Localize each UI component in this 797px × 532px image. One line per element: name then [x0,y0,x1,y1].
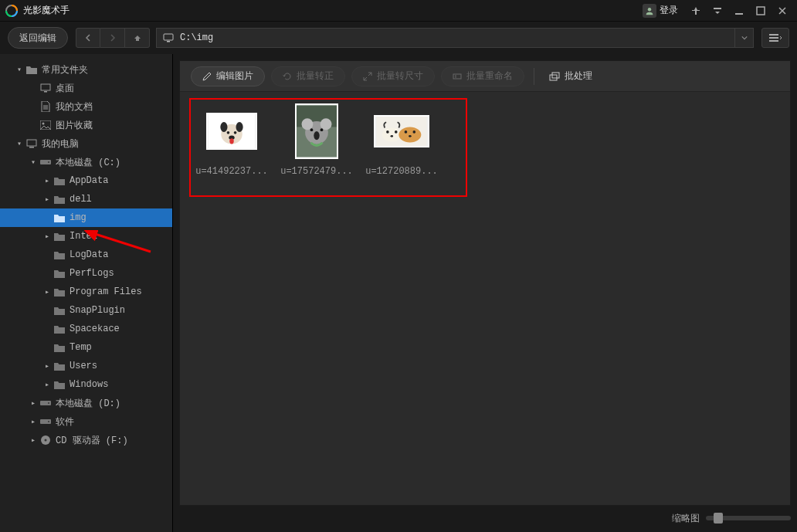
pin-button[interactable] [686,2,706,19]
svg-point-32 [234,131,237,134]
login-button[interactable]: 登录 [643,4,678,18]
nav-back-button[interactable] [76,28,100,48]
batch-resize-button[interactable]: 批量转尺寸 [351,66,435,86]
tree-drive-f[interactable]: ▸CD 驱动器 (F:) [0,431,172,449]
svg-point-41 [310,128,314,131]
expand-icon: ▸ [42,380,53,389]
tree-pic-fav[interactable]: 图片收藏 [0,116,172,134]
svg-point-19 [48,402,49,404]
svg-point-39 [320,118,332,130]
close-button[interactable] [772,2,792,19]
thumbnail-caption: u=41492237... [195,166,268,177]
image-thumbnail-icon [206,113,257,150]
back-to-edit-button[interactable]: 返回编辑 [8,27,68,49]
svg-rect-7 [769,34,778,36]
monitor-icon [163,32,174,43]
tree-folder-logdata[interactable]: LogData [0,246,172,264]
folder-icon [53,266,66,280]
svg-rect-5 [164,34,173,40]
image-thumbnail-icon [295,103,338,159]
svg-point-29 [220,122,227,132]
picture-icon [39,118,53,132]
computer-icon [25,137,39,151]
folder-icon [53,341,66,354]
svg-rect-9 [769,40,778,42]
svg-rect-10 [41,84,50,90]
document-icon [39,100,53,114]
svg-point-31 [227,131,230,134]
folder-icon [53,174,66,188]
pencil-icon [202,72,212,81]
tree-folder-windows[interactable]: ▸Windows [0,375,172,394]
svg-point-48 [405,130,408,134]
svg-point-38 [302,118,314,130]
tree-folder-spacekace[interactable]: Spacekace [0,320,172,338]
tree-folder-img[interactable]: img [0,208,172,227]
drive-icon [39,415,53,429]
tree-folder-perflogs[interactable]: PerfLogs [0,264,172,283]
thumbnail-item[interactable]: u=17572479... [276,103,358,177]
nav-row: 返回编辑 C:\img [0,22,797,54]
tree-my-docs[interactable]: 我的文档 [0,97,172,116]
expand-icon: ▸ [42,176,53,185]
tree-my-computer[interactable]: ▾ 我的电脑 [0,134,172,153]
tree-desktop[interactable]: 桌面 [0,79,172,97]
collapse-icon: ▾ [14,65,25,74]
nav-forward-button[interactable] [100,28,125,48]
rename-icon [453,72,462,81]
thumb-size-label: 缩略图 [672,512,700,525]
tree-folder-users[interactable]: ▸Users [0,357,172,375]
path-text: C:\img [180,32,213,43]
tree-folder-programfiles[interactable]: ▸Program Files [0,283,172,301]
batch-rotate-button[interactable]: 批量转正 [271,66,345,86]
folder-icon [53,248,66,262]
svg-rect-24 [453,74,461,79]
svg-point-1 [648,8,651,11]
thumbnail-item[interactable]: u=41492237... [191,103,273,177]
tree-folder-dell[interactable]: ▸dell [0,190,172,208]
expand-icon: ▸ [42,361,53,371]
disc-icon [39,433,53,447]
status-bar: 缩略图 [184,509,791,527]
tree-folder-intel[interactable]: ▸Intel [0,227,172,246]
folder-icon [53,192,66,206]
svg-point-51 [409,135,412,137]
folder-icon [53,285,66,299]
resize-icon [363,72,372,81]
svg-point-30 [236,122,243,132]
batch-rename-button[interactable]: 批量重命名 [441,66,524,86]
svg-rect-4 [757,7,765,15]
expand-icon: ▸ [42,232,53,241]
edit-image-button[interactable]: 编辑图片 [191,66,265,86]
folder-tree-sidebar: ▾ 常用文件夹 桌面 我的文档 图片收藏 ▾ [0,54,173,532]
tree-drive-software[interactable]: ▸软件 [0,412,172,431]
batch-process-button[interactable]: 批处理 [538,66,604,86]
path-input[interactable]: C:\img [156,28,735,48]
separator [534,68,534,85]
tree-folder-snapplugin[interactable]: SnapPlugin [0,301,172,320]
folder-icon [53,303,66,317]
tree-common-folders[interactable]: ▾ 常用文件夹 [0,60,172,79]
tree-folder-appdata[interactable]: ▸AppData [0,171,172,190]
thumbnail-item[interactable]: u=12720889... [361,103,443,177]
svg-rect-2 [714,8,721,9]
nav-up-button[interactable] [125,28,150,48]
path-dropdown-button[interactable] [735,28,754,48]
minimize-button[interactable] [729,2,749,19]
thumbnail-caption: u=17572479... [280,166,353,177]
menu-dropdown-button[interactable] [707,2,727,19]
content-toolbar: 编辑图片 批量转正 批量转尺寸 批量重命名 批处理 [180,61,790,92]
tree-drive-d[interactable]: ▸本地磁盘 (D:) [0,394,172,412]
svg-point-46 [386,130,389,134]
svg-rect-11 [44,91,47,93]
view-options-button[interactable] [761,28,789,48]
maximize-button[interactable] [751,2,771,19]
avatar-icon [643,4,656,18]
tree-drive-c[interactable]: ▾ 本地磁盘 (C:) [0,153,172,171]
thumb-size-slider[interactable] [706,516,791,520]
svg-point-13 [42,123,45,125]
collapse-icon: ▾ [28,158,39,167]
svg-rect-6 [167,41,170,42]
svg-rect-8 [769,37,778,39]
tree-folder-temp[interactable]: Temp [0,338,172,357]
